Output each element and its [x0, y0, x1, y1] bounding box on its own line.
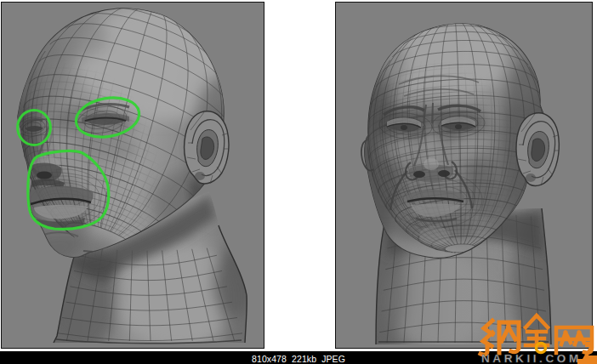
svg-text:NARKII.COM: NARKII.COM	[481, 352, 582, 364]
